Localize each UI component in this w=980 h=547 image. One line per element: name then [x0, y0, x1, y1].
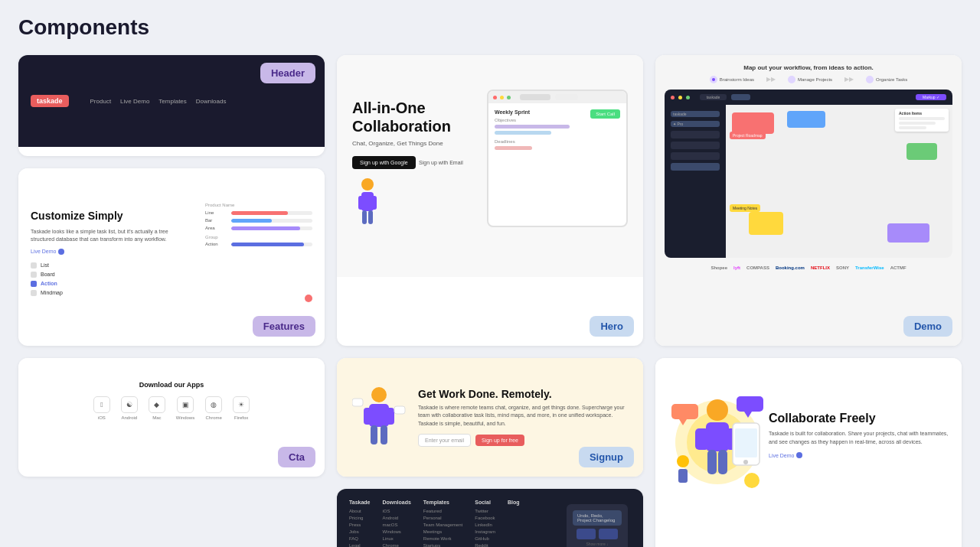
logo-compass: COMPASS: [746, 265, 769, 270]
svg-point-6: [371, 387, 387, 402]
header-nav-bar: taskade Product Live Demo Templates Down…: [31, 95, 312, 107]
cta-app-chrome: ◍ Chrome: [205, 396, 222, 420]
svg-rect-12: [352, 399, 363, 406]
svg-rect-27: [737, 396, 763, 412]
demo-subtitle: Map out your workflow, from ideas to act…: [655, 55, 962, 76]
svg-rect-23: [735, 428, 757, 457]
logo-lyft: lyft: [733, 265, 740, 270]
svg-point-31: [744, 473, 760, 488]
hero-browser-area: Weekly Sprint Start Call Objectives Dead…: [487, 90, 628, 243]
svg-rect-17: [706, 422, 729, 451]
features-right-text: Collaborate Freely Taskade is built for …: [769, 411, 949, 458]
demo-preview: Map out your workflow, from ideas to act…: [655, 55, 962, 346]
logo-booking: Booking.com: [776, 265, 805, 270]
logo-shopee: Shopee: [710, 265, 727, 270]
card-header[interactable]: taskade Product Live Demo Templates Down…: [18, 55, 325, 156]
hero-btn-email[interactable]: Sign up with Email: [419, 160, 463, 165]
card-demo-label: Demo: [903, 316, 952, 337]
svg-point-24: [743, 460, 748, 464]
cta-preview: Download our Apps  iOS ☯ Android ◆ Mac …: [18, 358, 325, 442]
footer-col-downloads: Downloads iOSAndroidmacOSWindowsLinuxChr…: [383, 500, 411, 547]
footer-col-taskade: Taskade AboutPricingPressJobsFAQLegalHel…: [349, 500, 371, 547]
header-logo: taskade: [31, 95, 69, 107]
demo-logos-row: Shopee lyft COMPASS Booking.com NETFLIX …: [655, 258, 962, 278]
svg-rect-18: [695, 428, 709, 450]
hero-btn-google[interactable]: Sign up with Google: [352, 156, 416, 169]
header-nav-items: Product Live Demo Templates Downloads: [90, 98, 227, 105]
card-signup-label: Signup: [579, 447, 634, 467]
card-features-label: Features: [253, 316, 315, 337]
live-demo-icon: [58, 249, 64, 255]
features-right-live-demo[interactable]: Live Demo: [769, 453, 794, 458]
cta-title: Download our Apps: [139, 381, 204, 389]
cta-app-windows: ▣ Windows: [176, 396, 194, 420]
footer-col-blog: Blog: [508, 500, 520, 547]
components-grid: taskade Product Live Demo Templates Down…: [18, 55, 962, 547]
svg-rect-5: [368, 210, 373, 224]
svg-rect-30: [678, 469, 688, 483]
footer-col-social: Social TwitterFacebookLinkedInInstagramG…: [475, 500, 495, 547]
features-right-illustration: [668, 381, 760, 488]
hero-preview: All-in-OneCollaboration Chat, Organize, …: [337, 55, 643, 277]
features-preview: Customize Simply Taskade looks like a si…: [18, 168, 325, 337]
features-right-live-demo-icon: [796, 452, 802, 458]
hero-text: All-in-OneCollaboration Chat, Organize, …: [352, 99, 475, 169]
svg-rect-2: [358, 196, 364, 210]
footer-preview: Taskade AboutPricingPressJobsFAQLegalHel…: [337, 489, 643, 547]
svg-point-0: [361, 178, 374, 190]
hero-person-icon: [352, 177, 383, 230]
svg-rect-21: [718, 450, 727, 474]
logo-transferwise: TransferWise: [855, 265, 884, 270]
logo-netflix: NETFLIX: [811, 265, 830, 270]
nav-item-demo: Live Demo: [120, 98, 149, 105]
cta-app-mac: ◆ Mac: [149, 396, 165, 420]
cta-app-android: ☯ Android: [121, 396, 138, 420]
features-text: Customize Simply Taskade looks like a si…: [31, 209, 172, 295]
signup-submit-btn[interactable]: Sign up for free: [475, 435, 524, 446]
demo-app-screenshot: taskade Markup ✓ taskade ✦ Pro: [665, 90, 952, 258]
svg-rect-11: [381, 425, 387, 444]
footer-nav-cols: Taskade AboutPricingPressJobsFAQLegalHel…: [349, 500, 631, 547]
svg-rect-20: [707, 450, 717, 474]
svg-rect-8: [364, 408, 373, 425]
footer-chat-mock: Undo, Redo, Project Changelog Show more …: [567, 504, 628, 547]
svg-point-16: [707, 399, 728, 421]
features-list: List Board Action Mindmap: [31, 262, 172, 296]
card-signup[interactable]: Get Work Done. Remotely. Taskade is wher…: [337, 358, 643, 477]
footer-col-templates: Templates FeaturedPersonalTeam Managemen…: [423, 500, 462, 547]
svg-rect-13: [394, 406, 405, 414]
signup-illustration: [352, 383, 406, 452]
features-live-demo-link[interactable]: Live Demo: [31, 249, 56, 254]
signup-text: Get Work Done. Remotely. Taskade is wher…: [418, 388, 628, 448]
demo-steps-row: Brainstorm Ideas ▶▶ Manage Projects ▶▶ O…: [655, 76, 962, 83]
nav-item-templates: Templates: [158, 98, 186, 105]
svg-point-29: [677, 455, 689, 467]
logo-sony: SONY: [836, 265, 849, 270]
signup-email-input[interactable]: Enter your email: [418, 434, 471, 447]
page-title: Components: [18, 15, 962, 40]
svg-rect-25: [671, 404, 698, 419]
card-cta[interactable]: Download our Apps  iOS ☯ Android ◆ Mac …: [18, 358, 325, 477]
card-hero-label: Hero: [590, 316, 634, 337]
nav-item-product: Product: [90, 98, 112, 105]
card-cta-label: Cta: [278, 447, 315, 467]
features-right-preview: Collaborate Freely Taskade is built for …: [655, 358, 962, 511]
card-features[interactable]: Customize Simply Taskade looks like a si…: [18, 168, 325, 346]
features-chart-area: Product Name Line Bar Area Group Action: [172, 203, 312, 302]
svg-rect-9: [385, 408, 394, 425]
card-hero[interactable]: All-in-OneCollaboration Chat, Organize, …: [337, 55, 643, 346]
hero-start-btn: Start Call: [590, 109, 620, 119]
card-header-label: Header: [260, 63, 315, 83]
card-features-right[interactable]: Collaborate Freely Taskade is built for …: [655, 358, 962, 547]
logo-actmf: ACTMF: [890, 265, 906, 270]
cta-icons-row:  iOS ☯ Android ◆ Mac ▣ Windows ◍ Chro: [93, 396, 250, 420]
svg-rect-4: [362, 210, 367, 224]
cta-app-ios:  iOS: [93, 396, 110, 420]
svg-rect-10: [371, 425, 377, 444]
svg-rect-3: [371, 196, 377, 210]
cta-app-firefox: ☀ Firefox: [233, 396, 250, 420]
card-footer[interactable]: Taskade AboutPricingPressJobsFAQLegalHel…: [337, 489, 643, 547]
nav-item-downloads: Downloads: [196, 98, 227, 105]
card-demo[interactable]: Map out your workflow, from ideas to act…: [655, 55, 962, 346]
